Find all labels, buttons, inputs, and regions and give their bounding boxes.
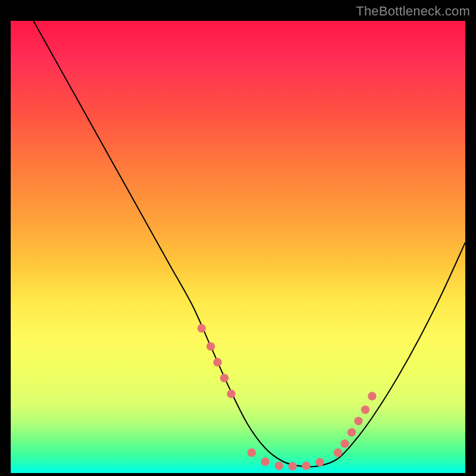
highlight-dot [275, 462, 283, 470]
chart-svg [11, 21, 465, 473]
highlight-dot [315, 458, 324, 466]
highlight-dot [340, 439, 349, 447]
highlight-dot [227, 390, 235, 398]
bottleneck-curve-line [33, 21, 465, 466]
highlight-dot [347, 428, 356, 436]
highlight-dot [302, 462, 310, 470]
highlight-dot [248, 449, 256, 457]
plot-area [11, 21, 465, 473]
highlight-dot [261, 458, 270, 466]
highlight-dot [206, 342, 215, 350]
highlight-dot [334, 449, 342, 457]
highlight-dot [288, 462, 296, 470]
highlight-dot [220, 374, 228, 382]
highlight-dot [354, 416, 362, 425]
highlight-dot [368, 392, 376, 400]
highlight-dot [198, 324, 206, 333]
highlight-dots-group [198, 324, 377, 471]
watermark-text: TheBottleneck.com [356, 4, 470, 19]
highlight-dot [213, 358, 221, 367]
highlight-dot [361, 405, 369, 414]
